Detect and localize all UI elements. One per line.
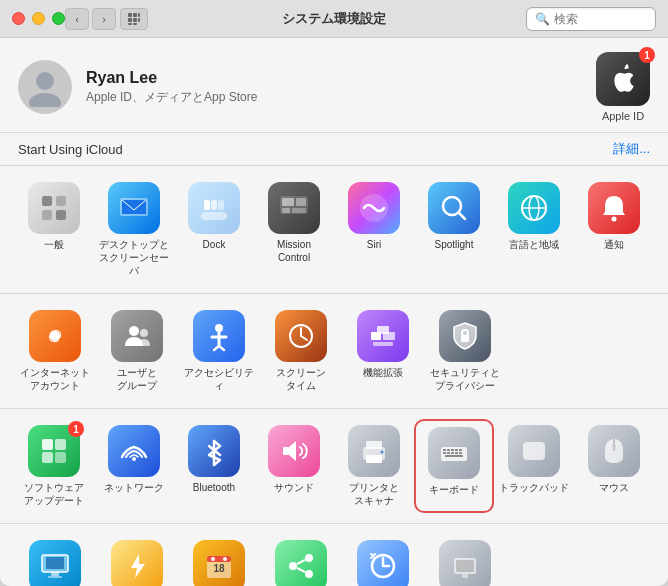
icon-item-bluetooth[interactable]: Bluetooth [174,419,254,513]
svg-line-43 [301,336,307,340]
search-icon: 🔍 [535,12,550,26]
icon-label-mission: Mission Control [277,238,311,264]
svg-point-9 [29,93,61,107]
svg-rect-16 [201,212,227,220]
icon-item-sharing[interactable]: 共有 [260,534,342,586]
icon-label-users: ユーザと グループ [117,366,157,392]
svg-rect-72 [523,442,545,460]
svg-rect-19 [218,200,224,210]
icon-item-keyboard[interactable]: キーボード [414,419,494,513]
svg-rect-51 [55,439,66,450]
icon-item-access[interactable]: アクセシビリティ [178,304,260,398]
svg-line-27 [459,213,466,220]
icon-item-users[interactable]: ユーザと グループ [96,304,178,398]
svg-point-81 [211,557,215,561]
avatar [18,60,72,114]
svg-point-85 [289,562,297,570]
icon-item-siri[interactable]: Siri [334,176,414,283]
svg-point-74 [612,444,616,448]
icon-item-internet[interactable]: @インターネット アカウント [14,304,96,398]
svg-rect-68 [451,452,454,454]
icon-box-spotlight [428,182,480,234]
icon-box-general [28,182,80,234]
icon-item-mouse[interactable]: マウス [574,419,654,513]
svg-rect-70 [459,452,462,454]
icon-box-sound [268,425,320,477]
svg-point-31 [612,217,617,222]
icon-box-datetime: 18 [193,540,245,586]
icon-item-startup[interactable]: 起動ディスク [424,534,506,586]
icon-row-0: 一般デスクトップと スクリーンセーバDockMission ControlSir… [0,166,668,294]
icon-item-notification[interactable]: 通知 [574,176,654,283]
maximize-button[interactable] [52,12,65,25]
svg-rect-92 [462,574,468,578]
icon-item-sound[interactable]: サウンド [254,419,334,513]
icon-item-datetime[interactable]: 18日付と時刻 [178,534,260,586]
minimize-button[interactable] [32,12,45,25]
icon-box-notification [588,182,640,234]
icon-label-printer: プリンタと スキャナ [349,481,399,507]
icon-item-desktop[interactable]: デスクトップと スクリーンセーバ [94,176,174,283]
icon-item-display[interactable]: ディスプレイ [14,534,96,586]
icon-label-notification: 通知 [604,238,624,251]
icon-box-network [108,425,160,477]
icon-item-spotlight[interactable]: Spotlight [414,176,494,283]
icon-item-network[interactable]: ネットワーク [94,419,174,513]
icon-label-screentime: スクリーン タイム [276,366,326,392]
back-button[interactable]: ‹ [65,8,89,30]
svg-rect-61 [443,449,446,451]
icon-label-sound: サウンド [274,481,314,494]
icon-item-software[interactable]: 1ソフトウェア アップデート [14,419,94,513]
icon-item-mission[interactable]: Mission Control [254,176,334,283]
svg-rect-67 [447,452,450,454]
search-input[interactable] [554,12,647,26]
svg-rect-63 [451,449,454,451]
svg-rect-15 [122,200,146,214]
svg-rect-64 [455,449,458,451]
svg-rect-1 [133,13,137,17]
apple-id-button[interactable]: 1 Apple ID [596,52,650,122]
user-subtitle: Apple ID、メディアとApp Store [86,89,257,106]
icon-label-bluetooth: Bluetooth [193,481,235,494]
icon-box-desktop [108,182,160,234]
svg-rect-24 [292,208,306,213]
close-button[interactable] [12,12,25,25]
traffic-lights [12,12,65,25]
forward-button[interactable]: › [92,8,116,30]
icon-box-energy [111,540,163,586]
svg-rect-66 [443,452,446,454]
icon-item-language[interactable]: 言語と地域 [494,176,574,283]
icon-item-general[interactable]: 一般 [14,176,94,283]
svg-rect-55 [283,447,289,455]
svg-rect-3 [128,18,132,22]
icon-item-screentime[interactable]: スクリーン タイム [260,304,342,398]
icon-item-energy[interactable]: 省エネルギー [96,534,178,586]
icon-item-trackpad[interactable]: トラックパッド [494,419,574,513]
svg-rect-5 [138,18,140,22]
icon-box-screentime [275,310,327,362]
svg-point-8 [36,72,54,90]
svg-rect-0 [128,13,132,17]
icon-box-language [508,182,560,234]
icon-label-desktop: デスクトップと スクリーンセーバ [98,238,170,277]
svg-rect-91 [456,560,474,572]
search-box[interactable]: 🔍 [526,7,656,31]
icons-row-1: @インターネット アカウントユーザと グループアクセシビリティスクリーン タイム… [14,304,654,398]
svg-line-40 [219,346,224,350]
icon-item-timemachine[interactable]: Time Machine [342,534,424,586]
icloud-link[interactable]: 詳細... [613,140,650,158]
user-name: Ryan Lee [86,69,257,87]
icon-box-timemachine [357,540,409,586]
icon-item-extensions[interactable]: 機能拡張 [342,304,424,398]
grid-button[interactable] [120,8,148,30]
icons-row-3: ディスプレイ省エネルギー18日付と時刻共有Time Machine起動ディスク [14,534,654,586]
svg-rect-58 [366,441,382,449]
icon-box-siri [348,182,400,234]
icon-item-security[interactable]: セキュリティと プライバシー [424,304,506,398]
icon-label-spotlight: Spotlight [435,238,474,251]
svg-point-59 [380,451,383,454]
icon-box-users [111,310,163,362]
icon-item-dock[interactable]: Dock [174,176,254,283]
icon-item-printer[interactable]: プリンタと スキャナ [334,419,414,513]
svg-rect-11 [42,210,52,220]
